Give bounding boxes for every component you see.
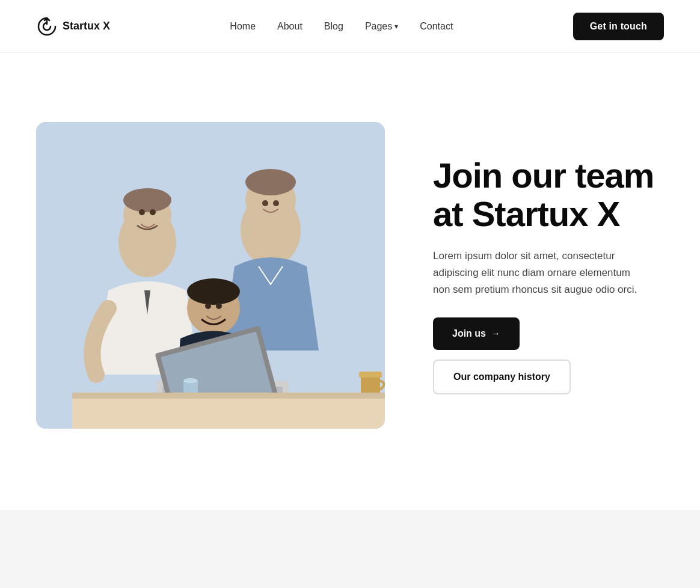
hero-team-image: [36, 122, 385, 429]
svg-rect-17: [72, 396, 385, 429]
join-us-button[interactable]: Join us →: [433, 317, 520, 350]
hero-section: Join our team at Startux X Lorem ipsum d…: [0, 53, 700, 510]
nav-home[interactable]: Home: [230, 21, 256, 31]
nav-cta-button[interactable]: Get in touch: [573, 13, 664, 40]
nav-pages[interactable]: Pages ▾: [365, 21, 398, 32]
nav-links: Home About Blog Pages ▾ Contact: [230, 21, 453, 32]
hero-buttons: Join us → Our company history: [433, 317, 664, 394]
svg-point-16: [183, 378, 198, 383]
company-history-button[interactable]: Our company history: [433, 360, 571, 394]
svg-point-3: [245, 169, 296, 195]
hero-description: Lorem ipsum dolor sit amet, consectetur …: [433, 248, 649, 298]
bottom-section: [0, 510, 700, 588]
logo-icon: [36, 16, 58, 37]
svg-point-24: [216, 303, 222, 309]
svg-point-19: [262, 200, 268, 206]
svg-point-6: [123, 188, 171, 212]
nav-pages-label: Pages: [365, 21, 392, 32]
hero-content: Join our team at Startux X Lorem ipsum d…: [433, 156, 664, 394]
join-us-label: Join us: [452, 328, 486, 339]
arrow-icon: →: [491, 328, 500, 339]
chevron-down-icon: ▾: [395, 22, 398, 31]
logo-link[interactable]: Startux X: [36, 16, 110, 37]
svg-point-22: [150, 209, 156, 215]
svg-point-20: [273, 200, 279, 206]
svg-point-23: [205, 303, 211, 309]
hero-image-container: [36, 122, 385, 429]
svg-point-8: [187, 278, 240, 305]
svg-rect-14: [359, 372, 382, 378]
hero-title: Join our team at Startux X: [433, 156, 664, 233]
brand-name: Startux X: [63, 20, 110, 32]
nav-about[interactable]: About: [277, 21, 302, 31]
svg-rect-18: [72, 393, 385, 399]
svg-point-21: [139, 209, 145, 215]
nav-contact[interactable]: Contact: [420, 21, 453, 31]
navbar: Startux X Home About Blog Pages ▾ Contac…: [0, 0, 700, 53]
nav-blog[interactable]: Blog: [324, 21, 343, 31]
